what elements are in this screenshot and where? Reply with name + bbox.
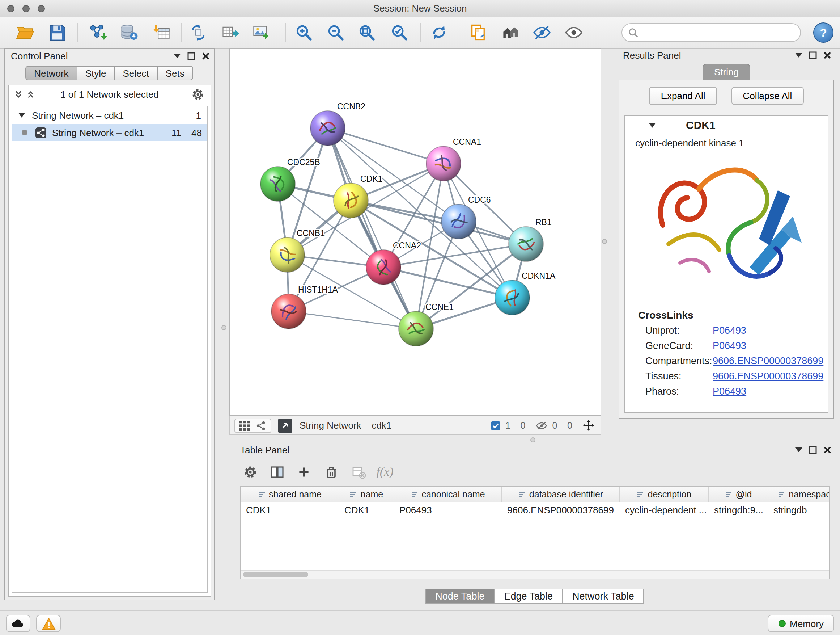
- panel-menu-icon[interactable]: [795, 53, 802, 58]
- network-edge-CCNA2-CDKN1A[interactable]: [384, 267, 512, 298]
- first-neighbors-button[interactable]: [187, 21, 210, 44]
- import-table-button[interactable]: [150, 21, 174, 44]
- save-session-button[interactable]: [46, 21, 69, 44]
- open-session-button[interactable]: [14, 21, 37, 44]
- network-row-selected[interactable]: String Network – cdk1 11 48: [12, 124, 207, 141]
- float-panel-icon[interactable]: [809, 51, 817, 59]
- zoom-selected-button[interactable]: [388, 21, 411, 44]
- detach-view-button[interactable]: [278, 418, 292, 432]
- crosslink-value-link[interactable]: P06493: [713, 325, 746, 336]
- bottom-splitter-handle[interactable]: [531, 437, 535, 442]
- panel-menu-icon[interactable]: [174, 54, 181, 59]
- function-builder-button[interactable]: f(x): [376, 463, 393, 481]
- network-node-circle-CDKN1A[interactable]: [495, 280, 530, 315]
- cloud-status-button[interactable]: [6, 615, 30, 632]
- show-columns-button[interactable]: [268, 463, 286, 481]
- network-node-circle-CCNB2[interactable]: [310, 111, 345, 146]
- tab-node-table[interactable]: Node Table: [425, 589, 494, 604]
- network-edge-HIST1H1A-CCNE1[interactable]: [289, 311, 416, 329]
- search-input[interactable]: [643, 25, 797, 42]
- column-header-shared-name[interactable]: shared name: [241, 486, 339, 502]
- help-button[interactable]: ?: [813, 22, 834, 43]
- zoom-fit-button[interactable]: [355, 21, 378, 44]
- new-network-from-selection-button[interactable]: [218, 21, 242, 44]
- column-sort-icon: [350, 491, 357, 498]
- network-canvas[interactable]: CCNB2CCNA1CDC25BCDK1CDC6RB1CCNB1CCNA2CDK…: [229, 48, 601, 416]
- column-header-name[interactable]: name: [339, 486, 394, 502]
- warnings-button[interactable]: [36, 615, 61, 632]
- float-panel-icon[interactable]: [187, 52, 195, 60]
- zoom-window-button[interactable]: [38, 5, 45, 12]
- import-network-file-button[interactable]: [86, 21, 109, 44]
- create-column-button[interactable]: [295, 463, 313, 481]
- tab-edge-table[interactable]: Edge Table: [494, 589, 563, 604]
- network-node-circle-HIST1H1A[interactable]: [271, 294, 306, 329]
- table-row[interactable]: CDK1CDK1P064939606.ENSP00000378699cyclin…: [241, 502, 829, 518]
- minimize-window-button[interactable]: [22, 5, 30, 12]
- delete-column-button[interactable]: [323, 463, 340, 481]
- network-node-circle-CCNA1[interactable]: [426, 146, 461, 181]
- network-view-icon[interactable]: [256, 420, 266, 431]
- crosslink-value-link[interactable]: P06493: [713, 340, 746, 351]
- crosslink-value-link[interactable]: 9606.ENSP00000378699: [713, 371, 823, 382]
- network-edge-CCNB2-CCNA1[interactable]: [328, 128, 444, 164]
- network-collection-row[interactable]: String Network – cdk1 1: [12, 106, 207, 124]
- network-node-circle-CDC25B[interactable]: [261, 166, 295, 201]
- table-horizontal-scrollbar[interactable]: [241, 570, 829, 578]
- table-settings-button[interactable]: [242, 463, 259, 481]
- gear-icon[interactable]: [191, 88, 205, 101]
- crosslink-value-link[interactable]: P06493: [713, 386, 746, 397]
- network-node-circle-CDK1[interactable]: [333, 183, 368, 218]
- left-splitter-handle[interactable]: [221, 325, 226, 330]
- zoom-in-button[interactable]: [292, 21, 316, 44]
- memory-button[interactable]: Memory: [767, 615, 834, 632]
- copy-document-button[interactable]: [467, 21, 490, 44]
- home-browser-button[interactable]: [499, 21, 523, 44]
- control-tab-sets[interactable]: Sets: [157, 66, 193, 80]
- tab-string[interactable]: String: [703, 64, 750, 80]
- column-header-canonical-name[interactable]: canonical name: [394, 486, 502, 502]
- column-header--id[interactable]: @id: [709, 486, 768, 502]
- grid-view-icon[interactable]: [240, 420, 249, 431]
- disclosure-triangle-icon[interactable]: [18, 112, 25, 118]
- crosslink-value-link[interactable]: 9606.ENSP00000378699: [713, 356, 823, 366]
- control-tab-style[interactable]: Style: [77, 66, 115, 80]
- float-panel-icon[interactable]: [809, 446, 817, 454]
- network-graph[interactable]: CCNB2CCNA1CDC25BCDK1CDC6RB1CCNB1CCNA2CDK…: [230, 49, 600, 415]
- scrollbar-thumb[interactable]: [243, 572, 308, 577]
- disclosure-triangle-icon[interactable]: [648, 122, 656, 128]
- import-network-database-button[interactable]: [117, 21, 141, 44]
- panel-menu-icon[interactable]: [795, 448, 802, 453]
- hide-selected-button[interactable]: [531, 21, 554, 44]
- right-splitter-handle[interactable]: [602, 239, 607, 244]
- control-tab-select[interactable]: Select: [114, 66, 157, 80]
- collapse-all-button[interactable]: Collapse All: [731, 87, 804, 105]
- control-tab-network[interactable]: Network: [25, 66, 77, 80]
- network-node-circle-CCNB1[interactable]: [270, 238, 305, 272]
- pan-crosshair-icon[interactable]: [583, 419, 595, 432]
- cytoscape-window: Session: New Session: [0, 0, 840, 635]
- close-window-button[interactable]: [7, 5, 14, 12]
- network-edge-CCNB2-CCNE1[interactable]: [328, 128, 416, 329]
- hidden-eye-icon[interactable]: [535, 420, 548, 431]
- tab-network-table[interactable]: Network Table: [562, 589, 644, 604]
- node-label-CDK1: CDK1: [360, 174, 382, 184]
- apply-preferred-layout-button[interactable]: [428, 21, 451, 44]
- close-panel-icon[interactable]: [823, 51, 831, 59]
- zoom-out-button[interactable]: [324, 21, 347, 44]
- close-panel-icon[interactable]: [823, 446, 831, 454]
- column-header-namespac[interactable]: namespac: [768, 486, 830, 502]
- column-header-description[interactable]: description: [620, 486, 709, 502]
- network-node-circle-RB1[interactable]: [508, 226, 543, 261]
- column-header-database-identifier[interactable]: database identifier: [502, 486, 620, 502]
- export-image-button[interactable]: [249, 21, 273, 44]
- network-node-circle-CCNA2[interactable]: [366, 250, 401, 285]
- show-all-button[interactable]: [562, 21, 585, 44]
- expand-all-button[interactable]: Expand All: [649, 87, 717, 105]
- gene-card-header[interactable]: CDK1: [625, 116, 828, 135]
- network-node-circle-CDC6[interactable]: [441, 204, 476, 239]
- node-label-CDC6: CDC6: [468, 195, 491, 204]
- network-node-circle-CCNE1[interactable]: [399, 311, 433, 346]
- selected-checkbox-icon[interactable]: [491, 420, 501, 431]
- close-panel-icon[interactable]: [202, 52, 210, 60]
